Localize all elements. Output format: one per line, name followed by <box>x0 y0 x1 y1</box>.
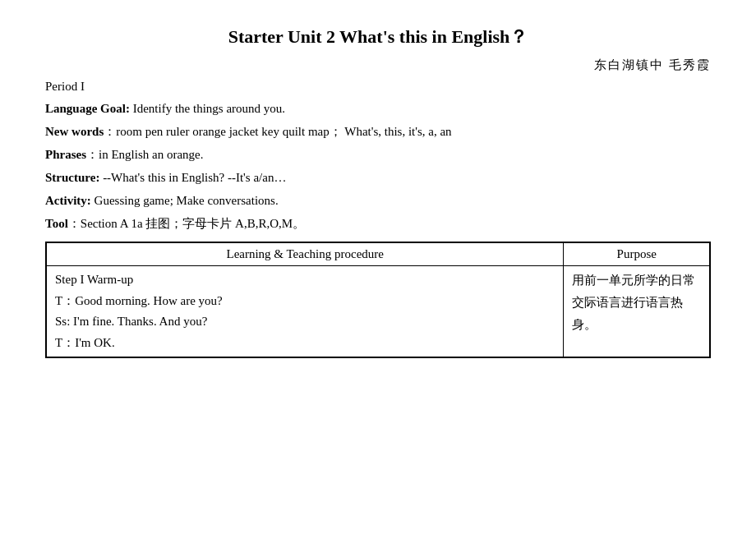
table-cell-purpose: 用前一单元所学的日常交际语言进行语言热身。 <box>564 266 710 357</box>
structure-line: Structure: --What's this in English? --I… <box>45 168 711 187</box>
lesson-table: Learning & Teaching procedure Purpose St… <box>45 242 711 358</box>
new-words-text: room pen ruler orange jacket key quilt m… <box>116 125 451 138</box>
table-cell-procedure: Step I Warm-upT：Good morning. How are yo… <box>47 266 564 357</box>
new-words-line: New words：room pen ruler orange jacket k… <box>45 122 711 141</box>
phrases-line: Phrases：in English an orange. <box>45 145 711 164</box>
tool-colon: ： <box>68 217 81 230</box>
language-goal-label: Language Goal: <box>45 102 130 115</box>
tool-text: Section A 1a 挂图；字母卡片 A,B,R,O,M。 <box>81 217 305 230</box>
phrases-label: Phrases <box>45 148 86 161</box>
page: Starter Unit 2 What's this in English？ 东… <box>0 0 756 534</box>
new-words-colon: ： <box>104 125 116 138</box>
structure-text: --What's this in English? --It's a/an… <box>99 171 286 184</box>
phrases-text: in English an orange. <box>99 148 203 161</box>
language-goal-line: Language Goal: Identify the things aroun… <box>45 99 711 118</box>
subtitle: 东白湖镇中 毛秀霞 <box>45 58 711 73</box>
structure-label: Structure: <box>45 171 99 184</box>
activity-text: Guessing game; Make conversations. <box>91 194 279 207</box>
new-words-label: New words <box>45 125 104 138</box>
page-title: Starter Unit 2 What's this in English？ <box>45 25 711 49</box>
table-header-purpose: Purpose <box>564 243 710 266</box>
activity-label: Activity: <box>45 194 91 207</box>
period: Period I <box>45 80 711 94</box>
language-goal-text: Identify the things around you. <box>130 102 285 115</box>
table-row: Step I Warm-upT：Good morning. How are yo… <box>47 266 710 357</box>
activity-line: Activity: Guessing game; Make conversati… <box>45 191 711 210</box>
tool-label: Tool <box>45 217 68 230</box>
phrases-colon: ： <box>86 148 99 161</box>
tool-line: Tool：Section A 1a 挂图；字母卡片 A,B,R,O,M。 <box>45 214 711 233</box>
table-header-procedure: Learning & Teaching procedure <box>47 243 564 266</box>
